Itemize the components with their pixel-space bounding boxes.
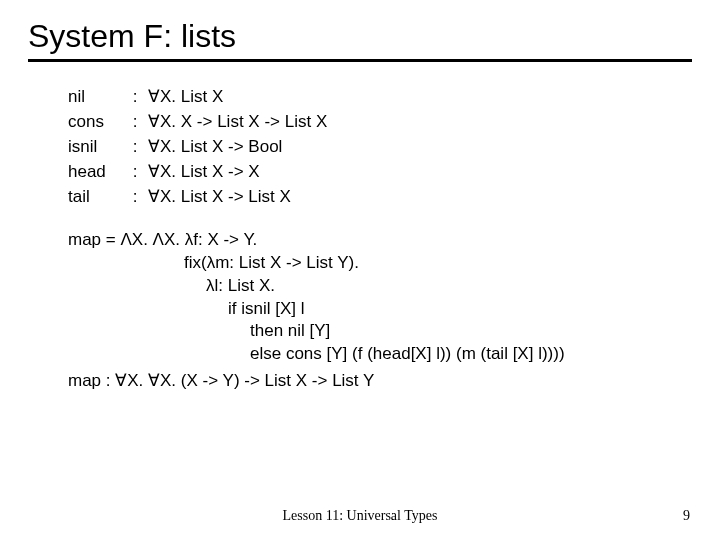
footer-page-number: 9 [683,508,690,524]
signature-table: nil : ∀X. List X cons : ∀X. X -> List X … [68,86,333,211]
table-row: isnil : ∀X. List X -> Bool [68,136,333,161]
sig-name: isnil [68,136,128,161]
slide: System F: lists nil : ∀X. List X cons : … [0,0,720,540]
footer-lesson: Lesson 11: Universal Types [0,508,720,524]
sig-colon: : [128,136,148,161]
map-signature: map : ∀X. ∀X. (X -> Y) -> List X -> List… [68,370,692,393]
slide-body: nil : ∀X. List X cons : ∀X. X -> List X … [28,86,692,393]
sig-type: ∀X. List X -> Bool [148,136,333,161]
map-line: else cons [Y] (f (head[X] l)) (m (tail [… [68,343,692,366]
table-row: tail : ∀X. List X -> List X [68,186,333,211]
map-line: fix(λm: List X -> List Y). [68,252,692,275]
sig-name: tail [68,186,128,211]
sig-colon: : [128,161,148,186]
table-row: nil : ∀X. List X [68,86,333,111]
sig-name: nil [68,86,128,111]
slide-title: System F: lists [28,18,692,55]
sig-colon: : [128,86,148,111]
sig-name: cons [68,111,128,136]
sig-type: ∀X. List X -> X [148,161,333,186]
table-row: head : ∀X. List X -> X [68,161,333,186]
sig-colon: : [128,186,148,211]
map-definition: map = ΛX. ΛX. λf: X -> Y. fix(λm: List X… [68,229,692,367]
map-line: then nil [Y] [68,320,692,343]
sig-type: ∀X. X -> List X -> List X [148,111,333,136]
table-row: cons : ∀X. X -> List X -> List X [68,111,333,136]
sig-name: head [68,161,128,186]
map-line: if isnil [X] l [68,298,692,321]
map-line: map = ΛX. ΛX. λf: X -> Y. [68,229,692,252]
map-line: λl: List X. [68,275,692,298]
sig-colon: : [128,111,148,136]
sig-type: ∀X. List X -> List X [148,186,333,211]
slide-footer: Lesson 11: Universal Types 9 [0,508,720,524]
title-underline [28,59,692,62]
sig-type: ∀X. List X [148,86,333,111]
